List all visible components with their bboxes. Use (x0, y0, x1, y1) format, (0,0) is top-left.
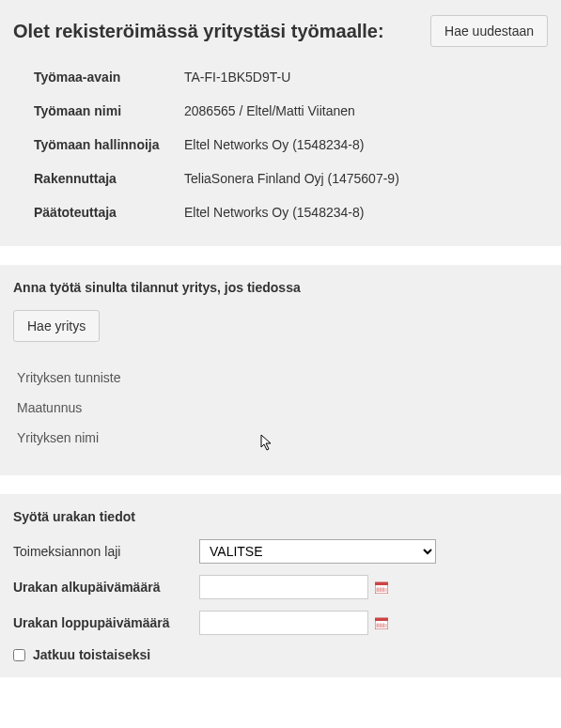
contract-title: Syötä urakan tiedot (13, 509, 548, 524)
start-date-label: Urakan alkupäivämäärä (13, 580, 199, 595)
worksite-name-label: Työmaan nimi (34, 103, 184, 118)
start-date-input[interactable] (199, 575, 368, 599)
worksite-contractor-label: Päätoteuttaja (34, 205, 184, 220)
ordering-company-panel: Anna työtä sinulta tilannut yritys, jos … (0, 265, 561, 475)
contract-details-panel: Syötä urakan tiedot Toimeksiannon laji V… (0, 494, 561, 677)
worksite-admin-value: Eltel Networks Oy (1548234-8) (184, 137, 364, 152)
worksite-admin-label: Työmaan hallinnoija (34, 137, 184, 152)
worksite-developer-label: Rakennuttaja (34, 171, 184, 186)
worksite-name-value: 2086565 / Eltel/Matti Viitanen (184, 103, 355, 118)
end-date-input[interactable] (199, 611, 368, 635)
svg-rect-8 (375, 618, 388, 621)
company-id-label: Yrityksen tunniste (17, 370, 548, 385)
worksite-name-row: Työmaan nimi 2086565 / Eltel/Matti Viita… (34, 103, 548, 118)
ongoing-checkbox[interactable] (13, 649, 25, 661)
company-name-label: Yrityksen nimi (17, 430, 548, 445)
worksite-key-value: TA-FI-1BK5D9T-U (184, 70, 290, 85)
worksite-info-panel: Olet rekisteröimässä yritystäsi työmaall… (0, 0, 561, 246)
ordering-company-title: Anna työtä sinulta tilannut yritys, jos … (13, 280, 548, 295)
calendar-icon[interactable] (374, 615, 389, 630)
calendar-icon[interactable] (374, 580, 389, 595)
ongoing-label: Jatkuu toistaiseksi (33, 647, 150, 662)
company-country-label: Maatunnus (17, 400, 548, 415)
worksite-key-row: Työmaa-avain TA-FI-1BK5D9T-U (34, 70, 548, 85)
worksite-key-label: Työmaa-avain (34, 70, 184, 85)
assignment-type-select[interactable]: VALITSE (199, 539, 436, 564)
svg-rect-1 (375, 582, 388, 585)
page-title: Olet rekisteröimässä yritystäsi työmaall… (13, 21, 384, 42)
assignment-type-label: Toimeksiannon laji (13, 544, 199, 559)
worksite-admin-row: Työmaan hallinnoija Eltel Networks Oy (1… (34, 137, 548, 152)
search-company-button[interactable]: Hae yritys (13, 310, 100, 342)
worksite-contractor-row: Päätoteuttaja Eltel Networks Oy (1548234… (34, 205, 548, 220)
end-date-label: Urakan loppupäivämäärä (13, 615, 199, 630)
search-again-button[interactable]: Hae uudestaan (430, 15, 548, 47)
worksite-contractor-value: Eltel Networks Oy (1548234-8) (184, 205, 364, 220)
worksite-developer-row: Rakennuttaja TeliaSonera Finland Oyj (14… (34, 171, 548, 186)
worksite-developer-value: TeliaSonera Finland Oyj (1475607-9) (184, 171, 399, 186)
